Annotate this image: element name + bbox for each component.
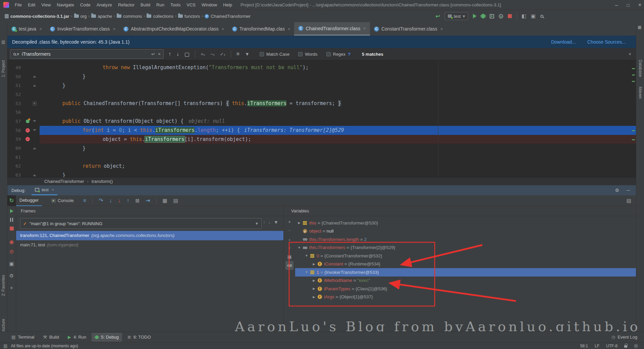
step-out-icon[interactable]: ↑ <box>127 198 129 204</box>
menu-view[interactable]: View <box>38 0 54 10</box>
variable-row-this.iTransformers[interactable]: ▼oothis.iTransformers = {Transformer[2]@… <box>295 244 636 252</box>
tab-console[interactable]: ▸ Console <box>48 195 77 206</box>
editor-tab-InvokerTransformer.class[interactable]: CInvokerTransformer.class× <box>46 22 119 36</box>
search-everywhere-icon[interactable] <box>540 15 543 18</box>
next-frame-icon[interactable]: ↓ <box>268 219 271 225</box>
stripe-button-maven[interactable]: Maven <box>638 87 643 104</box>
code-line-49[interactable]: 49throw new IllegalArgumentException("Tr… <box>7 63 636 72</box>
fold-open-icon[interactable] <box>33 129 36 131</box>
checkbox[interactable] <box>260 52 264 56</box>
variable-row-iConstant[interactable]: ▶fiConstant = {Runtime@534} <box>295 260 636 268</box>
breadcrumb-item-commons[interactable]: commons <box>117 14 142 19</box>
close-tab-icon[interactable]: × <box>363 26 366 31</box>
breadcrumb-class[interactable]: ChainedTransformer <box>44 179 84 184</box>
stripe-button-1-project[interactable]: 1: Project <box>1 47 6 77</box>
menu-file[interactable]: File <box>12 0 25 10</box>
run-config-combo[interactable]: test ▾ <box>445 12 468 20</box>
menu-analyze[interactable]: Analyze <box>94 0 115 10</box>
breadcrumb-item-apache[interactable]: apache <box>91 14 112 19</box>
add-watch-icon[interactable]: + <box>285 217 293 226</box>
right-stripe-icon[interactable]: ▦ <box>638 25 641 30</box>
checkbox[interactable] <box>298 52 303 56</box>
option-match-case[interactable]: Match Case <box>260 52 289 57</box>
coverage-button[interactable] <box>490 14 494 18</box>
search-filter-icon[interactable]: ▼ <box>245 51 250 57</box>
code-editor[interactable]: 49throw new IllegalArgumentException("Tr… <box>7 60 636 177</box>
code-line-58[interactable]: 58✓for(int i = 0; i < this.iTransformers… <box>7 126 636 135</box>
stripe-button-database[interactable]: Database <box>638 60 643 84</box>
checkbox[interactable] <box>326 52 331 56</box>
camera-icon[interactable]: ▣ <box>9 261 14 267</box>
resume-icon[interactable] <box>10 209 13 213</box>
project-stripe-icon[interactable]: ▥ <box>1 40 5 44</box>
fold-end-icon[interactable] <box>33 174 36 176</box>
variable-row-iMethodName[interactable]: ▶fiMethodName = "exec" <box>295 277 636 285</box>
event-log-button[interactable]: ◷ Event Log <box>611 335 644 340</box>
file-encoding[interactable]: UTF-8 <box>606 344 618 348</box>
fold-end-icon[interactable] <box>33 76 36 78</box>
filter-lines-icon[interactable]: ≡ <box>236 51 239 57</box>
code-line-62[interactable]: 62return object; <box>7 162 636 171</box>
toolwindow-button-terminal[interactable]: ▤Terminal <box>8 333 38 342</box>
green-arrow-icon[interactable]: ↩ <box>435 13 440 19</box>
breadcrumb-method[interactable]: transform() <box>92 179 113 184</box>
layout-menu-icon[interactable]: ≡ <box>83 198 86 204</box>
hide-toolwindow-icon[interactable]: ─ <box>627 188 630 193</box>
toolwindow-button-5-debug[interactable]: 5: Debug <box>92 333 122 342</box>
editor-tab-TransformedMap.clas[interactable]: CTransformedMap.clas× <box>228 22 294 36</box>
breadcrumb-item-org[interactable]: org <box>74 14 87 19</box>
gear-icon[interactable]: ⚙ <box>9 273 14 279</box>
variable-row-this.iTransformers.length[interactable]: oothis.iTransformers.length = 2 <box>295 235 636 244</box>
variable-row-1[interactable]: ▼1 = {InvokerTransformer@533} <box>295 268 636 277</box>
maximize-icon[interactable]: □ <box>627 3 630 8</box>
editor-tab-test.java[interactable]: Ctest.java× <box>7 22 46 36</box>
remove-occurrence-icon[interactable]: −II <box>210 51 215 57</box>
regex-help-link[interactable]: ? <box>348 52 351 57</box>
menu-edit[interactable]: Edit <box>25 0 38 10</box>
select-all-occurrences-icon[interactable]: ✓II <box>220 51 225 57</box>
minimize-icon[interactable]: ─ <box>615 3 618 8</box>
clear-search-icon[interactable]: × <box>158 51 161 57</box>
mute-breakpoints-icon[interactable]: ⊘ <box>9 248 14 255</box>
breadcrumb-item-collections[interactable]: collections <box>147 14 173 19</box>
code-line-51[interactable]: 51} <box>7 81 636 90</box>
toolwindow-button-4-run[interactable]: ▶4: Run <box>64 333 90 342</box>
menu-window[interactable]: Window <box>199 0 220 10</box>
move-watch-down-icon[interactable]: ▼ <box>285 244 293 252</box>
code-line-60[interactable]: 60} <box>7 144 636 153</box>
frame-row[interactable]: transform:121, ChainedTransformer(org.ap… <box>16 231 283 240</box>
breadcrumb-item-ChainedTransformer[interactable]: CChainedTransformer <box>205 14 251 19</box>
debug-session-tab[interactable]: test × <box>32 185 58 195</box>
prev-match-icon[interactable]: ↑ <box>168 51 171 57</box>
code-line-57[interactable]: 57public Object transform(Object object)… <box>7 117 636 126</box>
code-line-61[interactable]: 61 <box>7 153 636 162</box>
tab-debugger[interactable]: Debugger <box>16 195 42 206</box>
find-in-selection-icon[interactable]: ▢ <box>184 51 190 57</box>
menu-tools[interactable]: Tools <box>167 0 183 10</box>
option-words[interactable]: Words <box>298 52 317 57</box>
close-tab-icon[interactable]: × <box>440 27 443 32</box>
close-tab-icon[interactable]: × <box>113 27 115 32</box>
code-line-63[interactable]: 63} <box>7 170 636 177</box>
fold-collapsed-icon[interactable]: + <box>33 102 37 105</box>
fold-open-icon[interactable] <box>33 120 36 122</box>
show-watches-icon[interactable]: oo <box>285 261 293 270</box>
menu-vcs[interactable]: VCS <box>183 0 199 10</box>
search-history-chevron-icon[interactable]: ▾ <box>17 51 19 57</box>
run-button[interactable] <box>473 14 477 18</box>
menu-navigate[interactable]: Navigate <box>54 0 77 10</box>
code-line-50[interactable]: 50} <box>7 72 636 81</box>
preview-icon[interactable]: ▣ <box>531 13 536 19</box>
debug-button[interactable] <box>481 14 485 18</box>
stripe-button-2-favorites[interactable]: 2: Favorites <box>1 266 6 296</box>
download-link[interactable]: Download... <box>551 39 576 45</box>
variable-row-iArgs[interactable]: ▶fiArgs = {Object[1]@537} <box>295 293 636 301</box>
pin-icon[interactable]: ⌖ <box>10 285 13 291</box>
rerun-icon[interactable]: ↻ <box>9 197 14 204</box>
drop-frame-icon[interactable]: ⊠ <box>136 198 140 204</box>
code-line-56[interactable]: 56 <box>7 108 636 117</box>
toolwindow-toggle-icon[interactable]: ▥ <box>3 343 7 348</box>
step-into-icon[interactable]: ↓ <box>109 198 112 204</box>
duplicate-watch-icon[interactable]: ▣ <box>285 252 293 261</box>
next-match-icon[interactable]: ↓ <box>176 51 179 57</box>
